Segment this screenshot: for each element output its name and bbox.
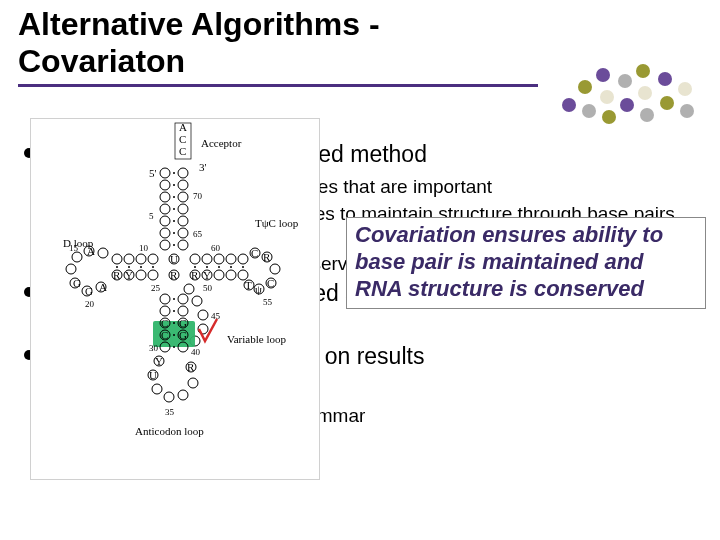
- svg-text:C: C: [251, 247, 258, 259]
- svg-text:G: G: [179, 317, 187, 329]
- svg-point-106: [152, 384, 162, 394]
- svg-point-47: [190, 254, 200, 264]
- svg-point-22: [148, 254, 158, 264]
- svg-point-6: [160, 228, 170, 238]
- svg-point-18: [173, 208, 175, 210]
- svg-point-81: [198, 310, 208, 320]
- label-5prime: 5': [149, 167, 157, 179]
- svg-point-19: [173, 220, 175, 222]
- svg-point-61: [242, 266, 244, 268]
- label-tpsic: TψC loop: [255, 217, 299, 229]
- svg-point-26: [148, 270, 158, 280]
- svg-point-17: [173, 196, 175, 198]
- svg-point-99: [173, 346, 175, 348]
- svg-text:C: C: [161, 317, 168, 329]
- svg-point-2: [160, 180, 170, 190]
- num-15: 15: [69, 243, 79, 253]
- decorative-dots: [562, 60, 702, 130]
- svg-point-33: [116, 266, 118, 268]
- svg-point-50: [226, 254, 236, 264]
- acceptor-C2: C: [179, 145, 186, 157]
- junction: U R: [169, 253, 179, 281]
- num-20: 20: [85, 299, 95, 309]
- num-60: 60: [211, 243, 221, 253]
- svg-point-96: [173, 310, 175, 312]
- svg-point-108: [178, 390, 188, 400]
- callout-covariation: Covariation ensures ability to base pair…: [346, 217, 706, 309]
- svg-text:U: U: [149, 369, 157, 381]
- svg-point-91: [178, 306, 188, 316]
- num-55: 55: [263, 297, 273, 307]
- label-3prime: 3': [199, 161, 207, 173]
- svg-text:G: G: [179, 329, 187, 341]
- svg-point-15: [173, 172, 175, 174]
- svg-text:R: R: [187, 361, 195, 373]
- svg-text:G: G: [73, 277, 81, 289]
- trna-diagram: A C C Acceptor 5' 3': [30, 118, 320, 480]
- svg-point-64: [270, 264, 280, 274]
- svg-point-98: [173, 334, 175, 336]
- svg-point-16: [173, 184, 175, 186]
- svg-point-80: [192, 296, 202, 306]
- svg-point-5: [160, 216, 170, 226]
- svg-point-36: [72, 252, 82, 262]
- num-35: 35: [165, 407, 175, 417]
- label-varloop: Variable loop: [227, 333, 286, 345]
- acceptor-C1: C: [179, 133, 186, 145]
- label-anticodon: Anticodon loop: [135, 425, 204, 437]
- num-40: 40: [191, 347, 201, 357]
- svg-point-51: [238, 254, 248, 264]
- svg-point-24: [124, 254, 134, 264]
- num-65: 65: [193, 229, 203, 239]
- label-acceptor: Acceptor: [201, 137, 242, 149]
- svg-text:Y: Y: [125, 269, 133, 281]
- anticodon-loop: Y U R: [148, 355, 198, 402]
- svg-point-79: [184, 284, 194, 294]
- svg-point-59: [218, 266, 220, 268]
- svg-point-11: [178, 204, 188, 214]
- svg-point-27: [136, 270, 146, 280]
- svg-point-14: [178, 240, 188, 250]
- svg-text:Y: Y: [203, 269, 211, 281]
- svg-text:T: T: [245, 279, 252, 291]
- anticodon-stem: C G C G: [153, 294, 217, 352]
- svg-point-86: [160, 306, 170, 316]
- svg-point-48: [202, 254, 212, 264]
- svg-point-55: [226, 270, 236, 280]
- num-10: 10: [139, 243, 149, 253]
- num-30: 30: [149, 343, 159, 353]
- svg-point-32: [128, 266, 130, 268]
- svg-point-85: [160, 294, 170, 304]
- slide-title: Alternative Algorithms - Covariaton: [18, 6, 538, 87]
- svg-point-21: [173, 244, 175, 246]
- svg-text:C: C: [161, 329, 168, 341]
- svg-point-90: [178, 294, 188, 304]
- svg-point-13: [178, 228, 188, 238]
- num-25: 25: [151, 283, 161, 293]
- svg-point-58: [206, 266, 208, 268]
- svg-point-1: [160, 168, 170, 178]
- svg-point-20: [173, 232, 175, 234]
- svg-text:A: A: [99, 281, 107, 293]
- svg-point-107: [164, 392, 174, 402]
- svg-point-12: [178, 216, 188, 226]
- svg-point-25: [112, 254, 122, 264]
- svg-point-49: [214, 254, 224, 264]
- svg-point-54: [214, 270, 224, 280]
- svg-point-10: [178, 192, 188, 202]
- svg-point-7: [160, 240, 170, 250]
- svg-text:Y: Y: [155, 355, 163, 367]
- svg-text:R: R: [113, 269, 121, 281]
- svg-point-34: [98, 248, 108, 258]
- svg-text:R: R: [263, 251, 271, 263]
- num-5: 5: [149, 211, 154, 221]
- svg-text:ψ: ψ: [255, 283, 262, 295]
- svg-text:R: R: [170, 269, 178, 281]
- svg-point-95: [173, 298, 175, 300]
- svg-point-8: [178, 168, 188, 178]
- svg-point-60: [230, 266, 232, 268]
- svg-point-109: [188, 378, 198, 388]
- svg-text:R: R: [191, 269, 199, 281]
- svg-text:G: G: [85, 285, 93, 297]
- svg-point-3: [160, 192, 170, 202]
